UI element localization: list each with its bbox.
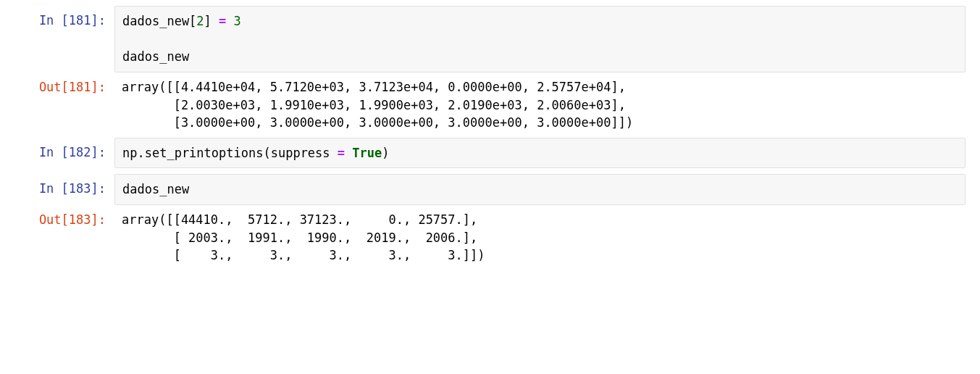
- output-prompt-181: Out[181]:: [0, 78, 114, 132]
- code-text: ): [382, 146, 389, 160]
- output-area-183: array([[44410., 5712., 37123., 0., 25757…: [114, 211, 980, 265]
- code-keyword-true: True: [352, 146, 382, 160]
- code-text: dados_new: [122, 49, 189, 64]
- code-input-182[interactable]: np.set_printoptions(suppress = True): [114, 138, 966, 169]
- code-text: ]: [204, 14, 219, 28]
- code-text: dados_new[: [122, 14, 196, 28]
- output-prompt-183: Out[183]:: [0, 211, 114, 265]
- code-number: 3: [226, 14, 240, 28]
- output-area-181: array([[4.4410e+04, 5.7120e+03, 3.7123e+…: [114, 78, 980, 132]
- cell-in-181: In [181]: dados_new[2] = 3 dados_new: [0, 6, 980, 72]
- code-number: 2: [196, 14, 204, 28]
- code-text: [345, 146, 352, 160]
- cell-out-181: Out[181]: array([[4.4410e+04, 5.7120e+03…: [0, 78, 980, 132]
- cell-in-183: In [183]: dados_new: [0, 174, 980, 205]
- cell-in-182: In [182]: np.set_printoptions(suppress =…: [0, 138, 980, 169]
- code-text: dados_new: [122, 182, 189, 196]
- input-prompt-182: In [182]:: [0, 138, 114, 169]
- code-operator: =: [219, 14, 226, 28]
- cell-out-183: Out[183]: array([[44410., 5712., 37123.,…: [0, 211, 980, 265]
- code-text: np.set_printoptions(suppress: [122, 146, 338, 160]
- code-input-183[interactable]: dados_new: [114, 174, 966, 205]
- code-input-181[interactable]: dados_new[2] = 3 dados_new: [114, 6, 966, 72]
- code-operator: =: [338, 146, 345, 160]
- input-prompt-181: In [181]:: [0, 6, 114, 72]
- input-prompt-183: In [183]:: [0, 174, 114, 205]
